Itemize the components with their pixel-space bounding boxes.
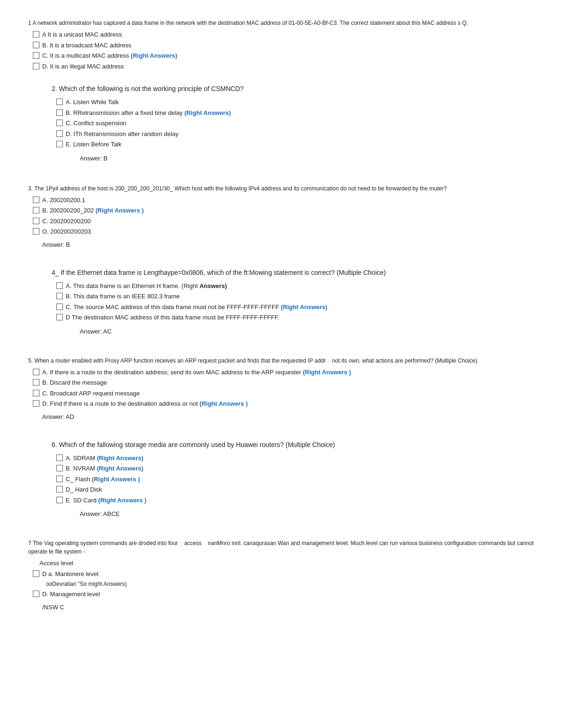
q5-right-a: (Right Answers ) — [303, 369, 351, 376]
q2-answer: Answer: B — [80, 155, 535, 162]
q7-options: Access level D a. Mantonere level ooDevr… — [33, 559, 535, 599]
q6-option-d[interactable]: D_ Hard Disk — [56, 485, 535, 494]
q1-checkbox-c[interactable] — [33, 52, 39, 59]
q3-option-a[interactable]: A. 200200200.1 — [33, 196, 535, 205]
q4-option-d[interactable]: D The destination MAC address of this da… — [56, 313, 535, 322]
page-container: 1 A network administrator has captured a… — [28, 19, 535, 611]
q4-option-a[interactable]: A. This data frame is an Ethernet H fram… — [56, 281, 535, 291]
q6-checkbox-a[interactable] — [56, 455, 63, 461]
q5-answer: Answer: AD — [42, 413, 535, 420]
q6-checkbox-d[interactable] — [56, 486, 63, 493]
q5-options: A. If there is a route to the destinatio… — [33, 368, 535, 409]
q1-checkbox-b[interactable] — [33, 42, 39, 48]
q6-label-e: E. SD Card (Right Answers ) — [66, 496, 535, 505]
q6-right-b: (Right Answers) — [97, 465, 143, 472]
q2-checkbox-c[interactable] — [56, 120, 63, 126]
q6-options: A. SDRAM (Right Answers) B. NVRAM (Right… — [56, 454, 535, 505]
q7-text: 7 The Vag operating system commands are … — [28, 539, 535, 556]
q7-checkbox-b[interactable] — [33, 570, 39, 577]
q2-option-c[interactable]: C. Conflict suspension — [56, 119, 535, 128]
q3-checkbox-b[interactable] — [33, 207, 39, 213]
q3-right-b: (Right Answers ) — [96, 207, 144, 214]
question-6: 6. Which of the fallowing storage media … — [52, 440, 535, 518]
q4-right-a-bold: Answers) — [199, 282, 227, 289]
q4-checkbox-d[interactable] — [56, 314, 63, 320]
q5-label-a: A. If there is a route to the destinatio… — [42, 368, 535, 377]
q7-checkbox-c[interactable] — [33, 591, 39, 597]
q6-option-c[interactable]: C_ Flash (Right Answers ) — [56, 475, 535, 484]
question-3: 3. The 1Py4 address of the host is 200_2… — [28, 184, 535, 248]
q1-option-b[interactable]: B. It is a broadcast MAC address — [33, 41, 535, 50]
q5-option-a[interactable]: A. If there is a route to the destinatio… — [33, 368, 535, 377]
q1-checkbox-d[interactable] — [33, 63, 39, 69]
q5-checkbox-b[interactable] — [33, 379, 39, 386]
q2-checkbox-d[interactable] — [56, 130, 63, 137]
q2-label-a: A. Listen While Talk — [66, 98, 535, 107]
q7-option-c[interactable]: D. Management level — [33, 590, 535, 599]
question-2: 2. Which of the following is not the wor… — [52, 84, 535, 162]
q3-checkbox-a[interactable] — [33, 197, 39, 203]
q4-option-c[interactable]: C. The source MAC address of this data f… — [56, 303, 535, 312]
q5-label-b: B. Discard the message — [42, 378, 535, 387]
q5-option-c[interactable]: C. Broadcast ARP request message — [33, 389, 535, 398]
q6-answer: Answer: ABCE — [80, 510, 535, 517]
q7-option-b2: ooDevratian "So might Answers) — [33, 580, 535, 588]
q7-label-c: D. Management level — [42, 590, 535, 599]
q5-option-d[interactable]: D. Find if there is a route to the desti… — [33, 399, 535, 409]
q4-label-a: A. This data frame is an Ethernet H fram… — [66, 281, 535, 291]
q3-answer: Answer: B — [42, 241, 535, 248]
q7-label-b2: ooDevratian "So might Answers) — [46, 580, 127, 588]
q2-option-b[interactable]: B. RRetransmission after a fixed time de… — [56, 108, 535, 118]
q2-option-d[interactable]: D. ITh Retransmission after random delay — [56, 129, 535, 139]
q4-checkbox-b[interactable] — [56, 293, 63, 299]
q2-right-b: (Right Answers) — [184, 109, 231, 116]
q1-option-d[interactable]: D. It is an illegal MAC address — [33, 62, 535, 71]
q3-checkbox-c[interactable] — [33, 218, 39, 224]
q2-option-e[interactable]: E. Listen Before Talk — [56, 140, 535, 149]
q7-label-b: D a. Mantonere level — [42, 569, 535, 579]
q2-options: A. Listen While Talk B. RRetransmission … — [56, 98, 535, 149]
q6-checkbox-b[interactable] — [56, 465, 63, 471]
q3-text: 3. The 1Py4 address of the host is 200_2… — [28, 184, 535, 193]
q5-label-d: D. Find if there is a route to the desti… — [42, 399, 535, 409]
q2-text: 2. Which of the following is not the wor… — [52, 84, 535, 94]
q3-option-d[interactable]: O. 200200200203 — [33, 227, 535, 236]
q5-option-b[interactable]: B. Discard the message — [33, 378, 535, 387]
q2-label-c: C. Conflict suspension — [66, 119, 535, 128]
q3-checkbox-d[interactable] — [33, 228, 39, 235]
q6-checkbox-e[interactable] — [56, 497, 63, 503]
q7-label-a: Access level — [39, 559, 73, 568]
q1-checkbox-a[interactable] — [33, 31, 39, 38]
q1-label-c: C. It is a multicast MAC address (Right … — [42, 51, 535, 61]
q1-option-c[interactable]: C. It is a multicast MAC address (Right … — [33, 51, 535, 61]
q6-checkbox-c[interactable] — [56, 476, 63, 482]
question-7: 7 The Vag operating system commands are … — [28, 539, 535, 611]
q4-checkbox-c[interactable] — [56, 303, 63, 310]
q6-label-a: A. SDRAM (Right Answers) — [66, 454, 535, 463]
q6-option-e[interactable]: E. SD Card (Right Answers ) — [56, 496, 535, 505]
q4-checkbox-a[interactable] — [56, 282, 63, 289]
q7-option-b[interactable]: D a. Mantonere level — [33, 569, 535, 579]
q3-option-b[interactable]: B. 200200200_202 (Right Answers ) — [33, 206, 535, 215]
q3-option-c[interactable]: C. 200200200200 — [33, 217, 535, 226]
q5-checkbox-a[interactable] — [33, 369, 39, 375]
q2-checkbox-a[interactable] — [56, 99, 63, 105]
q6-option-b[interactable]: B. NVRAM (Right Answers) — [56, 464, 535, 473]
q4-option-b[interactable]: B. This data frame is an IEEE 802.3 fram… — [56, 292, 535, 301]
q1-option-a[interactable]: A It is a unicast MAC address — [33, 30, 535, 39]
q6-label-b: B. NVRAM (Right Answers) — [66, 464, 535, 473]
q7-option-a[interactable]: Access level — [33, 559, 535, 568]
question-1: 1 A network administrator has captured a… — [28, 19, 535, 71]
q6-option-a[interactable]: A. SDRAM (Right Answers) — [56, 454, 535, 463]
q6-label-c: C_ Flash (Right Answers ) — [66, 475, 535, 484]
q1-options: A It is a unicast MAC address B. It is a… — [33, 30, 535, 71]
q3-label-c: C. 200200200200 — [42, 217, 535, 226]
q5-checkbox-d[interactable] — [33, 400, 39, 407]
q2-checkbox-b[interactable] — [56, 109, 63, 116]
q5-checkbox-c[interactable] — [33, 390, 39, 396]
q2-checkbox-e[interactable] — [56, 141, 63, 147]
question-5: 5. When a router enabled with Proxy ARP … — [28, 356, 535, 420]
q1-label-b: B. It is a broadcast MAC address — [42, 41, 535, 50]
q2-label-e: E. Listen Before Talk — [66, 140, 535, 149]
q2-option-a[interactable]: A. Listen While Talk — [56, 98, 535, 107]
